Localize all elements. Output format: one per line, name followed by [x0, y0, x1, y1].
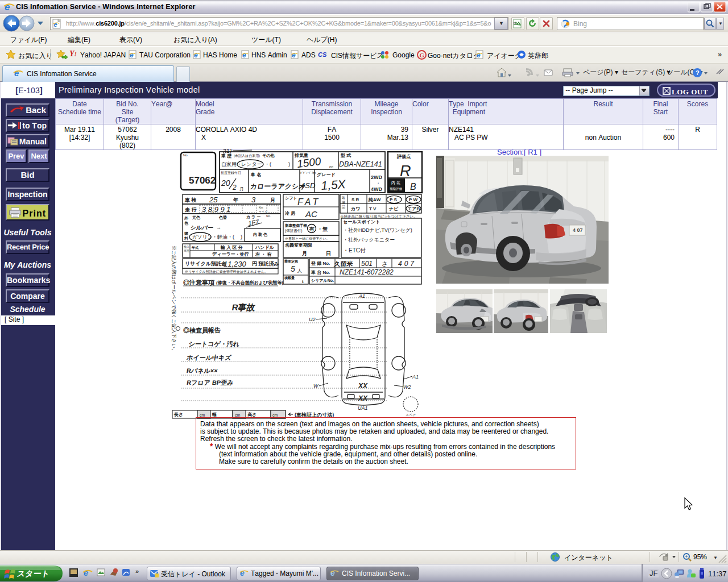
- svg-text:料: 料: [184, 236, 188, 241]
- svg-text:車 台 No.: 車 台 No.: [311, 269, 330, 275]
- svg-text:新車整備手帳: 新車整備手帳: [285, 223, 308, 228]
- svg-text:冷 房: 冷 房: [285, 210, 295, 216]
- svg-text:(修復・不具合箇所および状態等): (修復・不具合箇所および状態等): [216, 280, 283, 285]
- svg-text:※ご記入の際はボールペンで強くご記入下さい。: ※ご記入の際はボールペンで強くご記入下さい。: [171, 246, 177, 353]
- svg-text:e: e: [242, 51, 246, 59]
- svg-text:カローラアクシオ: カローラアクシオ: [250, 182, 307, 190]
- svg-text:エアB: エアB: [407, 206, 420, 211]
- svg-text:R事故: R事故: [231, 302, 257, 312]
- svg-text:幅: 幅: [212, 412, 217, 417]
- svg-text:※書類と一緒に保管下さい。: ※書類と一緒に保管下さい。: [285, 236, 330, 241]
- svg-text:月: 月: [239, 186, 244, 192]
- svg-text:燃: 燃: [184, 231, 189, 236]
- svg-text:G: G: [420, 52, 425, 59]
- svg-text:DBA-NZE141: DBA-NZE141: [339, 160, 382, 168]
- svg-text:◎注意事項: ◎注意事項: [183, 279, 215, 286]
- svg-text:5: 5: [291, 264, 295, 273]
- svg-text:乗車定員: 乗車定員: [284, 259, 298, 264]
- svg-text:純AW: 純AW: [368, 197, 381, 202]
- svg-text:シートコゲ・汚れ: シートコゲ・汚れ: [188, 340, 241, 347]
- svg-text:日: 日: [326, 251, 331, 256]
- svg-text:T V: T V: [369, 206, 377, 211]
- svg-text:cm: cm: [272, 413, 278, 417]
- svg-text:年式: 年式: [191, 246, 198, 250]
- svg-text:リサイクル預託金: リサイクル預託金: [185, 261, 227, 267]
- svg-text:ディーラー・並行: ディーラー・並行: [212, 252, 249, 257]
- svg-text:シルバー: シルバー: [190, 225, 214, 231]
- svg-text:セールスポイント: セールスポイント: [343, 219, 380, 225]
- svg-text:1,5X: 1,5X: [321, 177, 347, 192]
- svg-text:Rフロア BP歪み: Rフロア BP歪み: [186, 379, 234, 386]
- svg-text:(保証書付): (保証書付): [285, 228, 302, 233]
- svg-text:高さ: 高さ: [247, 411, 257, 417]
- svg-text:e: e: [194, 51, 198, 59]
- svg-text:W2: W2: [403, 384, 411, 390]
- svg-text:・: ・: [376, 181, 380, 186]
- svg-text:): ): [241, 234, 242, 240]
- svg-text:cm: cm: [200, 413, 205, 417]
- svg-text:年: 年: [233, 197, 238, 203]
- svg-text:NZE141-6072282: NZE141-6072282: [340, 268, 394, 276]
- svg-text:t: t: [302, 279, 304, 284]
- svg-text:e: e: [477, 51, 481, 59]
- svg-text:内 装 色: 内 装 色: [253, 232, 268, 237]
- svg-text:・軽油・(: ・軽油・(: [212, 234, 234, 240]
- svg-text:グレード: グレード: [317, 172, 336, 177]
- svg-text:e: e: [292, 51, 296, 59]
- svg-text:2: 2: [232, 184, 237, 192]
- svg-text:(未記入は自家用): (未記入は自家用): [234, 153, 260, 158]
- svg-text:4WD: 4WD: [371, 186, 383, 192]
- svg-text:◎検査員報告: ◎検査員報告: [183, 327, 221, 334]
- svg-text:e: e: [240, 568, 245, 577]
- svg-text:さ: さ: [382, 260, 388, 267]
- svg-text:e: e: [14, 68, 19, 78]
- svg-text:色: 色: [184, 221, 189, 226]
- svg-text:初度登録年月: 初度登録年月: [221, 171, 241, 175]
- svg-text:XX: XX: [358, 394, 368, 402]
- svg-text:・社外HDDナビ,TV(ワンセグ): ・社外HDDナビ,TV(ワンセグ): [343, 227, 412, 233]
- svg-text:車 歴: 車 歴: [221, 153, 231, 159]
- svg-text:その他: その他: [262, 153, 275, 158]
- svg-text:3: 3: [251, 196, 256, 204]
- svg-text:XX: XX: [358, 382, 368, 390]
- svg-text:輸 入 区 分: 輸 入 区 分: [220, 245, 243, 250]
- svg-text:B: B: [410, 182, 416, 192]
- svg-text:補助評価: 補助評価: [390, 187, 403, 191]
- svg-text:・無: ・無: [317, 226, 328, 232]
- svg-text:ナビ: ナビ: [388, 206, 399, 211]
- svg-text:S R: S R: [351, 197, 359, 202]
- svg-text:走 行: 走 行: [184, 207, 197, 213]
- svg-text:e: e: [5, 2, 10, 13]
- svg-text:・社外バックモニター: ・社外バックモニター: [343, 237, 395, 243]
- svg-text:Rバネル××: Rバネル××: [186, 367, 218, 374]
- svg-text:左 ・ 右: 左 ・ 右: [255, 252, 271, 257]
- svg-text:スペア: スペア: [406, 413, 416, 417]
- svg-text:シフト: シフト: [285, 196, 297, 201]
- svg-text:装: 装: [342, 196, 345, 199]
- svg-text:): ): [288, 161, 290, 167]
- svg-text:No.: No.: [183, 153, 189, 157]
- svg-text:色替: 色替: [218, 215, 227, 220]
- svg-text:e: e: [330, 568, 335, 577]
- svg-text:cm: cm: [235, 413, 241, 417]
- svg-text:4 07: 4 07: [573, 227, 583, 233]
- svg-text:久留米: 久留米: [333, 260, 354, 267]
- svg-text:4SD: 4SD: [301, 181, 315, 190]
- svg-text:U2: U2: [309, 317, 316, 322]
- svg-text:カワ: カワ: [351, 206, 360, 211]
- svg-text:57062: 57062: [189, 175, 216, 186]
- svg-text:円 預託済み: 円 預託済み: [252, 261, 279, 267]
- svg-text:月: 月: [270, 197, 275, 203]
- svg-text:有: 有: [309, 226, 315, 232]
- svg-text:車 検: 車 検: [184, 197, 197, 203]
- svg-text:No.: No.: [266, 214, 271, 218]
- svg-text:マイル: マイル: [259, 210, 267, 213]
- svg-text:?: ?: [696, 69, 700, 76]
- svg-text:登 録 No.: 登 録 No.: [311, 261, 330, 266]
- svg-text:AC: AC: [305, 209, 317, 219]
- svg-text:レンター: レンター: [241, 161, 262, 167]
- svg-text:・(: ・(: [264, 161, 271, 167]
- svg-text:ﾎﾞﾃﾞｨ･ﾄﾞｱ数: ﾎﾞﾃﾞｨ･ﾄﾞｱ数: [300, 171, 316, 174]
- svg-text:A1: A1: [358, 293, 365, 299]
- svg-text:501: 501: [361, 260, 373, 268]
